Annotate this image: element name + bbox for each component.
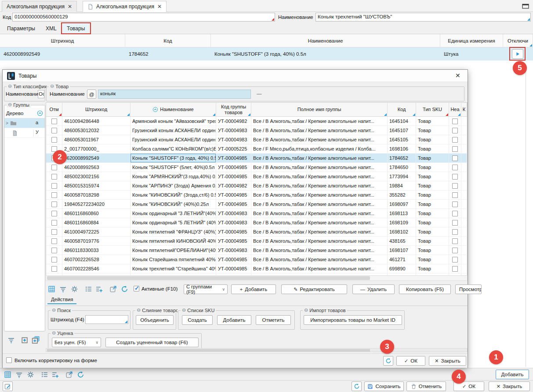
row-inactive-checkbox[interactable] <box>452 211 458 216</box>
dialog-titlebar[interactable]: Товары ✕ <box>3 70 468 82</box>
filter-icon[interactable] <box>14 370 24 379</box>
table-row[interactable]: 198405272234020Коньяк "КИНОВСКИЙ" (40%)0… <box>46 200 467 209</box>
markdown-select[interactable]: Без уцен. (F5) ∨ <box>52 338 101 347</box>
collapse-icon[interactable]: ⊖ <box>304 307 308 313</box>
row-inactive-checkbox[interactable] <box>452 128 458 133</box>
col-inactive[interactable]: Неа <box>449 103 461 116</box>
col-barcode[interactable]: Штрихкод <box>0 34 125 47</box>
table-row[interactable]: 4860116860884Коньяк ординарный "5 ЛЕТНИЙ… <box>46 218 467 227</box>
col-code[interactable]: Код <box>125 34 211 47</box>
collapse-icon[interactable]: ⊖ <box>182 307 186 313</box>
row-mark-checkbox[interactable] <box>51 192 57 198</box>
table-row[interactable]: 4610004972225Коньяк пятилетний "ФРАНЦУЗ"… <box>46 227 467 237</box>
col-mark[interactable]: Отм <box>46 103 62 116</box>
table-row[interactable]: 4600587019776Коньяк пятилетний КИНОВСКИЙ… <box>46 237 467 246</box>
row-mark-checkbox[interactable] <box>51 119 57 124</box>
col-code[interactable]: Код <box>388 103 416 116</box>
tab-xml[interactable]: XML <box>42 22 60 34</box>
grid-view-icon[interactable] <box>47 284 56 294</box>
collapse-icon[interactable]: ⊖ <box>8 102 12 108</box>
grid-view-icon[interactable] <box>3 370 12 379</box>
row-mark-checkbox[interactable] <box>51 257 57 263</box>
expand-all-icon[interactable] <box>31 335 40 345</box>
row-mark-checkbox[interactable] <box>51 248 57 253</box>
active-checkbox[interactable] <box>134 286 139 291</box>
close-tab-icon[interactable]: ✕ <box>157 4 162 10</box>
table-row[interactable]: 4850015315974Коньяк "АРПИНЭ" (3года) Арм… <box>46 181 467 191</box>
edit-note-button[interactable] <box>3 381 13 391</box>
table-row[interactable]: 4850023002156Коньяк "АРМЯНСКИЙ"(3 года,4… <box>46 172 467 181</box>
row-mark-checkbox[interactable] <box>51 174 57 180</box>
form-correction-checkbox[interactable] <box>6 357 12 363</box>
table-row[interactable]: 4607002226528Коньяк Старейшина пятилетни… <box>46 255 467 264</box>
table-row[interactable]: 4600587018298Коньяк "КИНОВСКИЙ" (3года,с… <box>46 191 467 200</box>
list-icon[interactable] <box>40 370 49 379</box>
copy-product-button[interactable]: Копировать (F5) <box>399 284 451 294</box>
dialog-ok-button[interactable]: ✓ ОК <box>396 356 425 366</box>
row-mark-checkbox[interactable] <box>51 211 57 216</box>
groups-mode-select[interactable]: С группами (F9) ∨ <box>184 284 228 294</box>
col-disable[interactable]: Отключи <box>503 34 533 47</box>
add-product-button[interactable]: + Добавить <box>231 284 276 294</box>
close-tab-icon[interactable]: ✕ <box>68 4 72 10</box>
row-inactive-checkbox[interactable] <box>452 192 458 198</box>
row-mark-checkbox[interactable] <box>51 229 57 235</box>
dialog-close-button[interactable]: ✕ Закрыть <box>429 356 466 366</box>
dialog-close-icon[interactable]: ✕ <box>455 72 460 79</box>
document-tab-1[interactable]: Алкогольная продукция ✕ <box>2 1 77 12</box>
collapse-icon[interactable]: ⊖ <box>8 83 12 89</box>
list-add-icon[interactable] <box>50 370 60 379</box>
barcode-search-input[interactable] <box>85 315 128 324</box>
row-mark-checkbox[interactable] <box>51 165 57 170</box>
tree-filter-icon[interactable] <box>6 335 16 345</box>
gear-icon[interactable] <box>25 370 35 379</box>
table-row[interactable]: 4620008992563Коньяк "SHUSTOFF" (5лет, 40… <box>46 163 467 172</box>
col-name[interactable]: Наименование <box>211 34 440 47</box>
table-row[interactable]: 4860116860860Коньяк ординарный "3 ЛЕТНИЙ… <box>46 209 467 218</box>
sku-mark-button[interactable]: Отметить <box>256 315 291 325</box>
col-group-code[interactable]: Код группы товаров <box>216 103 251 116</box>
product-search-input[interactable]: коньяк <box>98 90 251 99</box>
table-row[interactable]: 4607002228546Коньяк трехлетний "Старейши… <box>46 264 467 273</box>
table-row[interactable]: 4860118330033Коньяк пятилетний"ОРБЕЛИАНИ… <box>46 246 467 255</box>
chevron-right-icon[interactable]: > <box>6 121 8 126</box>
row-inactive-checkbox[interactable] <box>452 155 458 161</box>
window-restore-icon[interactable] <box>522 3 529 10</box>
col-barcode[interactable]: Штрихкод <box>62 103 131 116</box>
tab-parametry[interactable]: Параметры <box>4 22 39 34</box>
row-inactive-checkbox[interactable] <box>452 201 458 207</box>
view-product-button[interactable]: Просмотр <box>455 284 482 294</box>
list-icon[interactable] <box>83 284 93 294</box>
classifier-input[interactable]: Ос <box>38 90 44 98</box>
col-group-full[interactable]: Полное имя группы <box>251 103 388 116</box>
row-inactive-checkbox[interactable] <box>452 220 458 226</box>
row-mark-checkbox[interactable] <box>51 183 57 189</box>
collapse-icon[interactable]: ⊖ <box>137 307 141 313</box>
collapse-icon[interactable]: ⊖ <box>52 330 56 336</box>
table-row[interactable]: 4860053012032Грузинский коньяк АСКАНЕЛИ … <box>46 126 467 135</box>
name-input[interactable]: Коньяк трехлетний "ШУСТОВЪ" <box>315 13 531 22</box>
row-inactive-checkbox[interactable] <box>452 119 458 124</box>
row-mark-checkbox[interactable] <box>51 137 57 143</box>
table-row[interactable]: 2_0017700000_Колбаса салями"С КОНЬЯКОМ"(… <box>46 144 467 154</box>
table-row[interactable]: 4620008992549 1784652 Коньяк "SHUSTOFF" … <box>0 47 533 61</box>
create-markdown-button[interactable]: Создать уцененный товар (F6) <box>105 338 199 347</box>
row-inactive-checkbox[interactable] <box>452 165 458 170</box>
export-icon[interactable] <box>108 284 118 294</box>
sort-asc-icon[interactable] <box>37 110 43 116</box>
refresh-icon[interactable] <box>76 370 85 379</box>
collapse-icon[interactable]: ⊖ <box>50 83 54 89</box>
table-row[interactable]: 4860053011967Грузинский коньяк АСКАНЕЛИ … <box>46 135 467 144</box>
col-name[interactable]: Наименование <box>131 103 216 116</box>
code-input[interactable]: 0100000000560000129 <box>12 13 275 22</box>
tree-node-item[interactable]: У <box>4 128 45 138</box>
at-search-button[interactable]: @ <box>87 90 96 99</box>
row-inactive-checkbox[interactable] <box>452 229 458 235</box>
document-tab-2[interactable]: Алкогольная продукция ✕ <box>83 1 167 12</box>
tree-node-folder[interactable]: > а <box>4 119 45 128</box>
expand-node-icon[interactable] <box>19 335 29 345</box>
col-sku-type[interactable]: Тип SKU <box>416 103 449 116</box>
row-inactive-checkbox[interactable] <box>452 266 458 272</box>
merge-button[interactable]: Объединить <box>136 315 174 325</box>
row-inactive-checkbox[interactable] <box>452 183 458 189</box>
